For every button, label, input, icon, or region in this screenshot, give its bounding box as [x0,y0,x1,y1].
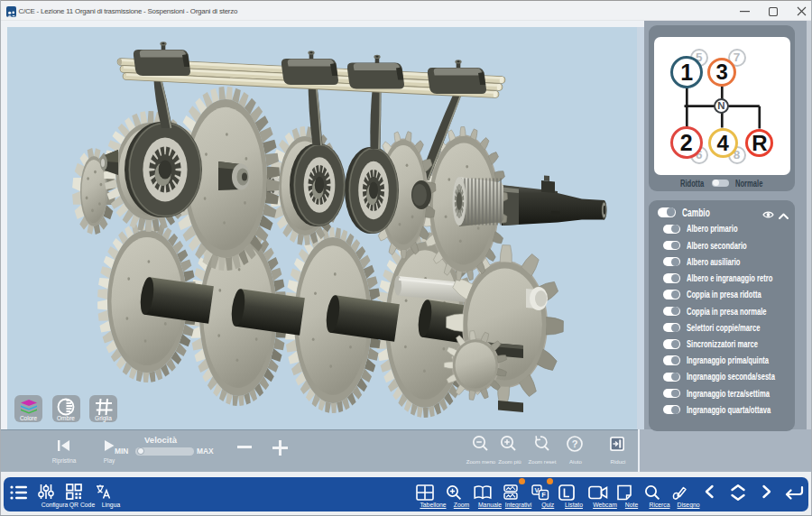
svg-text:?: ? [572,438,578,449]
svg-text:V: V [534,486,539,494]
svg-text:F: F [541,491,546,499]
